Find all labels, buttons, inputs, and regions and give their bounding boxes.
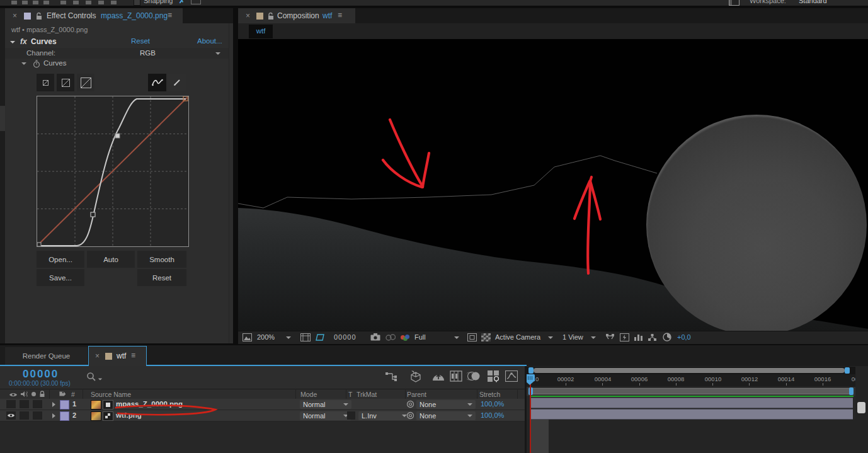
pencil-tool-button[interactable] (168, 74, 186, 91)
shy-layers-icon[interactable] (432, 372, 445, 382)
v-scrollbar-thumb[interactable] (857, 402, 865, 413)
render-queue-tab[interactable]: Render Queue (5, 347, 88, 366)
graph-size-small-button[interactable] (37, 74, 54, 91)
panel-close-icon[interactable]: × (246, 12, 250, 20)
stopwatch-icon[interactable] (33, 60, 40, 68)
zoom-caret-icon[interactable] (286, 336, 291, 339)
timeline-v-scrollbar[interactable] (855, 366, 868, 453)
panel-close-icon[interactable]: × (13, 12, 17, 20)
fast-previews-icon[interactable] (663, 333, 671, 341)
current-time-indicator[interactable] (527, 374, 535, 385)
transparency-grid-icon[interactable] (481, 333, 491, 341)
show-channel-rgb-icon[interactable] (401, 335, 409, 341)
zoom-level-value[interactable]: 200% (257, 334, 275, 341)
blend-mode-dropdown[interactable]: Normal (300, 411, 351, 420)
lock-toggle[interactable] (33, 400, 42, 408)
video-toggle[interactable] (6, 400, 16, 408)
panel-menu-icon[interactable]: ≡ (168, 11, 172, 19)
layer-1-duration-bar[interactable] (531, 398, 853, 408)
parent-column-header[interactable]: Parent (407, 391, 426, 398)
graph-editor-icon[interactable] (505, 370, 518, 382)
roi-button-icon[interactable] (467, 333, 477, 341)
comp-timecode-value[interactable]: 00000 (334, 334, 357, 341)
parent-dropdown[interactable]: None (416, 411, 476, 420)
solo-toggle[interactable] (20, 400, 29, 408)
stretch-value[interactable]: 100,0% (481, 401, 504, 408)
time-ruler[interactable]: 0 00002 00004 00006 00008 00010 00012 00… (527, 374, 855, 387)
viewer-tab-wtf[interactable]: wtf (249, 25, 273, 38)
grid-guides-icon[interactable] (300, 333, 311, 341)
view-layout-value[interactable]: 1 View (562, 334, 583, 341)
tab-close-icon[interactable]: × (95, 352, 100, 360)
channel-dropdown[interactable]: RGB (128, 49, 223, 58)
exposure-icon[interactable] (620, 333, 629, 341)
resolution-value[interactable]: Full (414, 334, 426, 341)
snapping-close-icon[interactable]: ✗ (179, 0, 185, 4)
layer-2-duration-bar[interactable] (531, 409, 853, 420)
work-area-bar[interactable] (531, 388, 852, 394)
snapping-brackets-icon[interactable] (191, 0, 201, 4)
mode-column-header[interactable]: Mode (300, 391, 317, 398)
resolution-caret-icon[interactable] (454, 336, 459, 339)
work-area-end-handle[interactable] (849, 387, 854, 395)
workspace-value[interactable]: Standard (799, 0, 827, 4)
toolbar-icons-fragment[interactable] (11, 1, 54, 4)
blend-mode-dropdown[interactable]: Normal (300, 400, 351, 409)
expand-layer-icon[interactable] (52, 402, 55, 407)
layer-name[interactable]: mpass_Z_0000.png (116, 401, 183, 408)
preserve-transparency-toggle[interactable] (347, 411, 355, 420)
curves-open-button[interactable]: Open... (37, 251, 84, 268)
pickwhip-icon[interactable] (406, 411, 414, 420)
always-preview-icon[interactable] (243, 333, 252, 341)
group-expand-caret-icon[interactable] (21, 62, 26, 65)
layer-label-color[interactable] (60, 411, 69, 421)
view-layout-caret-icon[interactable] (591, 336, 596, 339)
frame-blending-icon[interactable] (450, 370, 462, 382)
layer-row-1[interactable]: 1 mpass_Z_0000.png Normal None 100,0% (0, 399, 525, 410)
current-frame-field[interactable]: 00000 (23, 369, 59, 379)
brainstorm-icon[interactable] (487, 370, 500, 382)
trkmat-dropdown[interactable]: L.Inv (358, 411, 410, 420)
workspace-icon[interactable] (729, 0, 740, 6)
scrollbar-handle-left[interactable] (528, 367, 534, 374)
layer-row-2[interactable]: 2 wtf.png Normal L.Inv None 100,0% (0, 410, 525, 421)
camera-caret-icon[interactable] (548, 336, 553, 339)
collapsed-panel-nub[interactable] (0, 106, 5, 131)
effect-expand-caret-icon[interactable] (10, 41, 15, 43)
unlock-icon[interactable] (35, 12, 42, 20)
motion-blur-icon[interactable] (467, 370, 481, 382)
exposure-reset-icon[interactable] (634, 333, 643, 341)
layer-name[interactable]: wtf.png (116, 412, 142, 420)
draft-3d-icon[interactable] (409, 370, 422, 382)
effect-about-link[interactable]: About... (197, 38, 222, 45)
toolbar-icons-fragment[interactable] (60, 1, 118, 4)
curves-reset-button[interactable]: Reset (137, 269, 186, 286)
tab-menu-icon[interactable]: ≡ (131, 352, 135, 359)
expand-layer-icon[interactable] (52, 413, 55, 418)
t-column-header[interactable]: T (348, 391, 352, 398)
video-toggle[interactable] (6, 411, 16, 420)
search-icon[interactable] (86, 372, 96, 382)
lock-toggle[interactable] (33, 411, 42, 420)
hash-column-header[interactable]: # (71, 391, 75, 398)
timeline-h-scrollbar[interactable] (527, 367, 855, 374)
scrollbar-thumb[interactable] (534, 368, 845, 373)
layer-label-color[interactable] (60, 400, 69, 410)
panel-menu-icon[interactable]: ≡ (338, 11, 342, 19)
curves-save-button[interactable]: Save... (37, 269, 84, 286)
composition-viewer[interactable] (238, 39, 868, 331)
pixel-aspect-icon[interactable] (648, 333, 657, 341)
parent-dropdown[interactable]: None (416, 400, 476, 409)
camera-view-value[interactable]: Active Camera (495, 334, 540, 341)
solo-toggle[interactable] (20, 411, 29, 420)
exposure-offset-value[interactable]: +0,0 (677, 334, 691, 341)
search-input[interactable] (104, 370, 381, 384)
share-view-icon[interactable] (605, 333, 615, 341)
effect-controls-tab[interactable]: × Effect Controls mpass_Z_0000.png ≡ (5, 8, 183, 23)
timeline-tab-wtf[interactable]: × wtf ≡ (88, 346, 147, 366)
graph-size-large-button[interactable] (77, 74, 94, 91)
curve-tool-button[interactable] (148, 74, 166, 91)
stretch-value[interactable]: 100,0% (481, 412, 504, 419)
scrollbar-handle-right[interactable] (845, 367, 850, 374)
snapshot-camera-icon[interactable] (370, 333, 380, 341)
